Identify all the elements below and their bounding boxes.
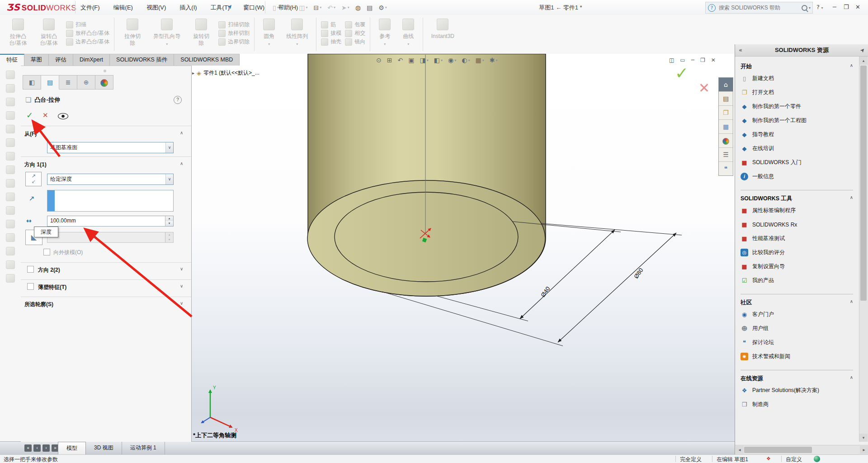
compare-score-link[interactable]: ◎比较我的评分 [735,246,859,260]
technical-alerts-news-link[interactable]: ◉技术警戒和新闻 [735,350,859,364]
caret-down-icon[interactable]: ▾ [385,5,387,9]
sketch-tool-icon[interactable] [6,111,15,120]
first-part-tutorial-link[interactable]: ◆制作我的第一个零件 [735,99,859,113]
options-list-button[interactable]: ▤ [365,3,374,12]
help-menu-button[interactable]: ? ▾ [816,4,823,10]
cylinder-bottom-face[interactable] [307,180,545,296]
caret-down-icon[interactable]: ▾ [291,5,293,9]
zoom-area-button[interactable]: ⊞ [387,57,392,64]
revolved-boss-button[interactable]: 旋转凸 台/基体 [35,19,62,47]
display-settings-button[interactable]: ◍ [354,3,362,12]
from-plane-dropdown[interactable]: 草图基准面 ∨ [47,142,174,153]
boundary-boss-button[interactable]: 边界凸台/基体 [66,38,109,46]
previous-tab-button[interactable]: ‹ [33,444,41,452]
menu-view[interactable]: 视图(V) [146,4,166,12]
tab-features[interactable]: 特征 [0,54,24,66]
swept-cut-button[interactable]: 扫描切除 [218,20,250,29]
discussion-forum-link[interactable]: ❝探讨论坛 [735,335,859,350]
sketch-tool-icon[interactable] [6,260,15,269]
open-document-button[interactable]: ❐▾ [283,3,295,12]
swept-boss-button[interactable]: 扫描 [66,20,109,29]
first-drawing-tutorial-link[interactable]: ◆制作我的第一个工程图 [735,113,859,128]
section-sw-tools[interactable]: SOLIDWORKS 工具∧ [741,190,853,203]
spin-up-icon[interactable]: ▴ [165,216,173,221]
view-settings-button[interactable]: ✱▾ [490,57,498,64]
chevron-down-icon[interactable]: ∨ [180,266,183,271]
sketch-tool-icon[interactable] [6,98,15,106]
forum-tab[interactable]: ❝ [719,162,733,175]
apply-scene-button[interactable]: ▦▾ [475,57,484,64]
open-document-link[interactable]: ❐打开文档 [735,85,859,99]
tutorials-link[interactable]: ◆指导教程 [735,128,859,142]
online-training-link[interactable]: ◆在线培训 [735,142,859,156]
boundary-cut-button[interactable]: 边界切除 [218,38,250,46]
copy-settings-wizard-link[interactable]: ■复制设置向导 [735,260,859,274]
doc-close-button[interactable]: ✕ [711,57,716,63]
menu-edit[interactable]: 编辑(E) [113,4,133,12]
menu-file[interactable]: 文件(F) [80,4,100,12]
sketch-tool-icon[interactable] [6,84,15,93]
sketch-tool-icon[interactable] [6,165,15,174]
section-getting-started[interactable]: 开始∧ [741,63,853,71]
sketch-tool-icon[interactable] [6,179,15,188]
preview-eye-icon[interactable] [58,113,68,119]
panel-splitter-handle[interactable] [104,70,106,72]
user-groups-link[interactable]: ☻用户组 [735,321,859,335]
lofted-cut-button[interactable]: 放样切割 [218,29,250,38]
from-section-header[interactable]: 从(F) [24,130,37,138]
thin-feature-checkbox[interactable] [27,283,34,290]
collapse-pane-icon[interactable]: « [739,44,742,56]
dimension-text-outer[interactable]: Ø80 [632,267,644,280]
menu-insert[interactable]: 插入(I) [179,4,197,12]
task-pane-vertical-scrollbar[interactable]: ▴ ▾ [859,57,868,442]
custom-properties-tab[interactable]: ☰ [719,148,733,162]
graphics-area[interactable]: Ø40 Ø80 X Y ▸ ◈ 零件1 (默认<<默认>_... ✓ ✕ ⌂ ▤… [191,54,735,441]
ok-button[interactable]: ✓ [26,110,33,120]
tab-3d-views[interactable]: 3D 视图 [86,442,122,454]
tree-root-label[interactable]: 零件1 (默认<<默认>_... [203,69,259,77]
edit-appearance-button[interactable]: ◐▾ [462,57,470,64]
tab-sketch[interactable]: 草图 [24,54,49,66]
tab-dimxpert[interactable]: DimXpert [73,54,110,66]
caret-down-icon[interactable]: ▾ [320,5,321,9]
chevron-up-icon[interactable]: ∧ [850,63,853,71]
feature-tree-root[interactable]: ▸ ◈ 零件1 (默认<<默认>_... [192,69,259,77]
undo-button[interactable]: ↶▾ [326,3,337,12]
partner-solutions-link[interactable]: ❖Partner Solutions(解决方案) [735,383,859,397]
sketch-tool-icon[interactable] [6,233,15,242]
chevron-down-icon[interactable]: ∨ [180,283,183,288]
hole-wizard-button[interactable]: 异型孔向导 ▾ [150,19,184,47]
dimension-line-outer[interactable] [558,233,676,342]
connected-sphere-icon[interactable] [814,456,820,462]
draft-outward-label[interactable]: 向外拔模(O) [53,249,83,256]
save-button[interactable]: ◫▾ [297,3,309,12]
lofted-boss-button[interactable]: 放样凸台/基体 [66,29,109,38]
file-explorer-tab[interactable]: ❐ [719,106,733,120]
sw-introduction-link[interactable]: ■SOLIDWORKS 入门 [735,156,859,170]
view-orientation-button[interactable]: ◨▾ [420,57,428,64]
previous-view-button[interactable]: ↶ [397,57,403,64]
linear-pattern-button[interactable]: 线性阵列 ▾ [283,19,311,47]
search-icon[interactable] [802,5,807,11]
extruded-cut-button[interactable]: 拉伸切 除 [119,19,146,47]
curves-button[interactable]: 曲线 ▾ [398,19,418,47]
caret-down-icon[interactable]: ▾ [348,5,349,9]
close-button[interactable]: ✕ [855,4,860,10]
scroll-down-icon[interactable]: ▾ [859,434,868,442]
caret-down-icon[interactable]: ▾ [334,5,335,9]
tab-solidworks-addins[interactable]: SOLIDWORKS 插件 [110,54,174,66]
section-online-resources[interactable]: 在线资源∧ [741,370,853,383]
zoom-fit-button[interactable]: ⊙ [376,57,382,64]
propertymanager-tab[interactable]: ▤ [41,75,59,90]
thin-feature-section-header[interactable]: 薄壁特征(T) [38,283,66,291]
scroll-up-icon[interactable]: ▴ [859,57,868,65]
help-search-box[interactable]: ? ▾ [705,2,813,14]
end-condition-dropdown[interactable]: 给定深度 ∨ [47,174,174,185]
chevron-down-icon[interactable]: ∨ [165,142,173,153]
new-document-link[interactable]: ▯新建文档 [735,71,859,85]
design-library-tab[interactable]: ▤ [719,92,733,106]
scroll-right-icon[interactable]: ▸ [860,446,868,454]
depth-spinner[interactable]: 100.00mm ▴▾ [47,216,174,227]
sketch-tool-icon[interactable] [6,247,15,255]
draft-button[interactable]: 拔模 [321,29,341,38]
